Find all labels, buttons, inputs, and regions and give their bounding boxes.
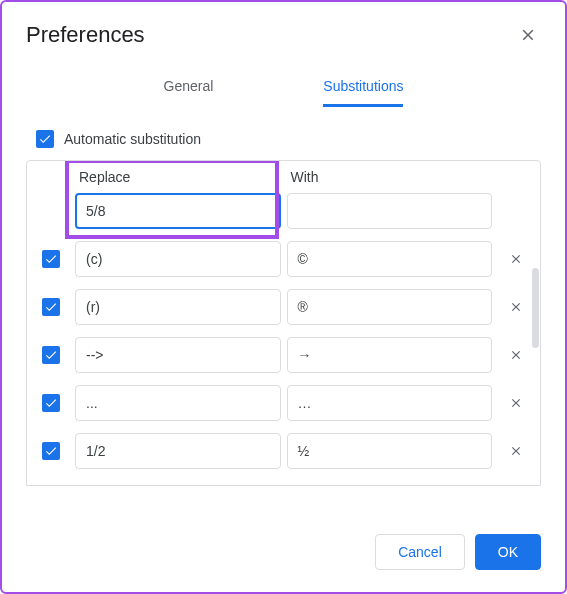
table-body: (c) © (r) ® --> → .. [27, 235, 540, 475]
with-input[interactable]: ® [287, 289, 493, 325]
replace-input[interactable]: --> [75, 337, 281, 373]
close-icon [509, 300, 523, 314]
ok-button[interactable]: OK [475, 534, 541, 570]
tabs: General Substitutions [2, 68, 565, 108]
tab-substitutions[interactable]: Substitutions [323, 68, 403, 107]
dialog-footer: Cancel OK [2, 514, 565, 592]
close-icon [509, 396, 523, 410]
close-icon [509, 348, 523, 362]
with-input[interactable]: ½ [287, 433, 493, 469]
checkmark-icon [44, 396, 58, 410]
tab-general[interactable]: General [164, 68, 214, 107]
row-checkbox[interactable] [42, 250, 60, 268]
checkmark-icon [44, 300, 58, 314]
table-row: ... … [27, 379, 540, 427]
with-input[interactable]: … [287, 385, 493, 421]
new-replace-input[interactable]: 5/8 [75, 193, 281, 229]
close-button[interactable] [515, 22, 541, 48]
auto-substitution-label: Automatic substitution [64, 131, 201, 147]
close-icon [509, 444, 523, 458]
close-icon [519, 26, 537, 44]
column-header-replace: Replace [75, 169, 281, 189]
scrollbar-thumb[interactable] [532, 268, 539, 348]
remove-row-button[interactable] [498, 289, 534, 325]
checkmark-icon [44, 444, 58, 458]
preferences-dialog: Preferences General Substitutions Automa… [0, 0, 567, 594]
replace-input[interactable]: 1/2 [75, 433, 281, 469]
table-row: (c) © [27, 235, 540, 283]
dialog-title: Preferences [26, 22, 145, 48]
replace-input[interactable]: ... [75, 385, 281, 421]
cancel-button[interactable]: Cancel [375, 534, 465, 570]
content-area: Automatic substitution Replace With 5/8 … [2, 108, 565, 514]
new-entry-row: 5/8 [27, 191, 540, 235]
table-row: 1/2 ½ [27, 427, 540, 475]
dialog-header: Preferences [2, 2, 565, 48]
remove-row-button[interactable] [498, 337, 534, 373]
close-icon [509, 252, 523, 266]
remove-row-button[interactable] [498, 241, 534, 277]
substitutions-table: Replace With 5/8 (c) © (r) [26, 160, 541, 486]
remove-row-button[interactable] [498, 385, 534, 421]
checkmark-icon [44, 348, 58, 362]
new-with-input[interactable] [287, 193, 493, 229]
table-row: (r) ® [27, 283, 540, 331]
replace-input[interactable]: (r) [75, 289, 281, 325]
row-checkbox[interactable] [42, 442, 60, 460]
row-checkbox[interactable] [42, 346, 60, 364]
scrollbar[interactable] [532, 268, 539, 514]
remove-row-button[interactable] [498, 433, 534, 469]
checkmark-icon [44, 252, 58, 266]
replace-input[interactable]: (c) [75, 241, 281, 277]
table-row: --> → [27, 331, 540, 379]
checkmark-icon [38, 132, 52, 146]
row-checkbox[interactable] [42, 394, 60, 412]
auto-substitution-checkbox[interactable] [36, 130, 54, 148]
auto-substitution-row: Automatic substitution [26, 124, 541, 160]
column-header-with: With [287, 169, 493, 189]
with-input[interactable]: → [287, 337, 493, 373]
row-checkbox[interactable] [42, 298, 60, 316]
with-input[interactable]: © [287, 241, 493, 277]
table-header: Replace With [27, 161, 540, 191]
